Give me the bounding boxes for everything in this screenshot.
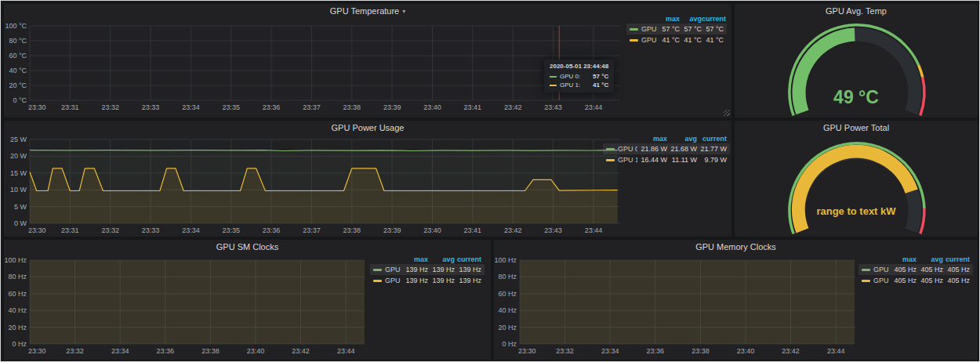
legend-series-name[interactable]: GPU 1 [373,277,401,284]
series-dash-icon [373,280,382,282]
svg-text:20 Hz: 20 Hz [498,324,517,331]
svg-text:0 Hz: 0 Hz [12,340,27,348]
legend-value-avg: 21.68 W [667,145,697,153]
svg-text:23:35: 23:35 [222,226,240,234]
svg-text:23:41: 23:41 [464,226,482,234]
legend-row-gpu-0[interactable]: GPU 0139 Hz139 Hz139 Hz [370,264,485,275]
legend-value-max: 405 Hz [890,277,916,284]
legend-value-current: 57 °C [702,25,724,33]
panel-gpu-temperature: GPU Temperature ▾ 0 °C20 °C40 °C60 °C80 … [4,4,731,118]
svg-text:23:43: 23:43 [544,103,562,111]
panel-title-gpu-power-total[interactable]: GPU Power Total [823,123,889,132]
legend-row-gpu-0[interactable]: GPU 057 °C57 °C57 °C [626,24,727,34]
legend-series-name[interactable]: GPU 0 [630,25,658,33]
svg-text:23:37: 23:37 [303,103,321,111]
svg-text:23:39: 23:39 [383,226,401,234]
legend-series-name[interactable]: GPU 0 [862,266,890,273]
legend-value-avg: 405 Hz [916,266,943,273]
legend-series-label: GPU 0 [873,266,890,273]
svg-text:23:42: 23:42 [504,103,522,111]
panel-title-text: GPU Memory Clocks [695,242,776,252]
legend-series-name[interactable]: GPU 0 [373,266,401,273]
svg-text:23:35: 23:35 [222,103,240,111]
legend-header-row: maxavgcurrent [370,254,485,264]
legend-series-name[interactable]: GPU 1 [862,277,890,284]
legend-row-gpu-1[interactable]: GPU 1139 Hz139 Hz139 Hz [370,275,485,286]
svg-text:23:44: 23:44 [337,347,355,355]
svg-text:23:33: 23:33 [142,226,160,234]
chart-tooltip: 2020-05-01 23:44:48 GPU 0: 57 °C GPU 1: … [544,60,614,92]
legend-header-current: current [697,135,727,143]
legend-gpu-power-usage: maxavgcurrentGPU 021.86 W21.68 W21.77 WG… [603,133,730,165]
legend-value-max: 21.86 W [637,145,667,153]
svg-text:20 °C: 20 °C [9,81,27,89]
svg-text:60 Hz: 60 Hz [8,290,27,298]
svg-text:23:38: 23:38 [201,347,220,355]
svg-text:23:40: 23:40 [423,226,441,234]
legend-value-avg: 41 °C [680,36,702,44]
svg-text:100 °C: 100 °C [5,22,27,30]
svg-text:23:36: 23:36 [263,103,281,111]
svg-text:23:34: 23:34 [601,347,619,355]
panel-header: GPU Avg. Temp [735,4,978,18]
legend-value-max: 57 °C [658,25,680,33]
legend-value-current: 21.77 W [697,145,727,153]
legend-series-name[interactable]: GPU 0 [606,145,637,153]
legend-series-name[interactable]: GPU 1 [630,36,658,44]
legend-row-gpu-1[interactable]: GPU 1405 Hz405 Hz405 Hz [858,275,973,286]
svg-text:15 W: 15 W [10,169,27,177]
legend-header-max: max [637,135,667,143]
chevron-down-icon[interactable]: ▾ [402,8,405,15]
panel-title-text: GPU Power Usage [332,123,405,132]
series-dash-icon [862,280,870,282]
svg-text:60 °C: 60 °C [9,52,27,60]
legend-row-gpu-1[interactable]: GPU 116.44 W11.11 W9.79 W [603,154,730,165]
svg-text:0 °C: 0 °C [13,96,27,104]
panel-title-gpu-memory-clocks[interactable]: GPU Memory Clocks [695,242,776,252]
panel-title-gpu-temperature[interactable]: GPU Temperature ▾ [330,6,405,16]
legend-series-label: GPU 1 [873,277,890,284]
legend-value-avg: 139 Hz [428,277,455,284]
series-dash-icon [550,76,557,78]
panel-title-gpu-avg-temp[interactable]: GPU Avg. Temp [826,6,887,16]
panel-resize-handle[interactable] [724,110,730,116]
legend-gpu-temperature: maxavgcurrentGPU 057 °C57 °C57 °CGPU 141… [626,13,727,45]
legend-series-label: GPU 1 [641,36,658,44]
legend-row-gpu-0[interactable]: GPU 021.86 W21.68 W21.77 W [603,143,730,154]
legend-series-label: GPU 1 [618,156,637,164]
panel-title-gpu-sm-clocks[interactable]: GPU SM Clocks [216,242,278,252]
tooltip-series-value: 57 °C [585,73,608,80]
tooltip-series-name: GPU 1: [560,81,580,89]
gpu-power-total-gauge [735,135,978,237]
legend-header-max: max [890,255,916,263]
svg-text:60 Hz: 60 Hz [498,290,517,298]
svg-text:23:42: 23:42 [782,347,800,355]
tooltip-row: GPU 0: 57 °C [550,72,608,81]
legend-row-gpu-1[interactable]: GPU 141 °C41 °C41 °C [626,34,727,45]
svg-text:23:30: 23:30 [28,226,46,234]
panel-title-text: GPU Avg. Temp [826,6,887,16]
legend-header-current: current [943,255,970,263]
legend-value-max: 405 Hz [890,266,916,273]
legend-header-row: maxavgcurrent [626,13,727,24]
series-dash-icon [606,159,615,161]
tooltip-series-value: 41 °C [585,81,608,89]
legend-header-avg: avg [667,135,697,143]
legend-series-label: GPU 1 [385,277,401,284]
panel-gpu-avg-temp: GPU Avg. Temp 49 °C [735,4,978,118]
legend-value-current: 41 °C [702,36,724,44]
legend-value-avg: 405 Hz [916,277,943,284]
legend-header-row: maxavgcurrent [603,133,730,143]
svg-text:0 W: 0 W [14,219,27,227]
svg-text:23:36: 23:36 [647,347,665,355]
panel-title-gpu-power-usage[interactable]: GPU Power Usage [332,123,405,132]
gpu-temperature-chart[interactable]: 0 °C20 °C40 °C60 °C80 °C100 °C23:3023:31… [4,18,731,118]
legend-series-name[interactable]: GPU 1 [606,156,637,164]
series-dash-icon [373,269,382,271]
legend-value-max: 139 Hz [401,277,428,284]
svg-text:23:31: 23:31 [61,226,79,234]
legend-row-gpu-0[interactable]: GPU 0405 Hz405 Hz405 Hz [858,264,973,275]
series-dash-icon [550,85,557,86]
tooltip-series-name: GPU 0: [560,73,580,80]
svg-text:40 °C: 40 °C [9,67,27,74]
